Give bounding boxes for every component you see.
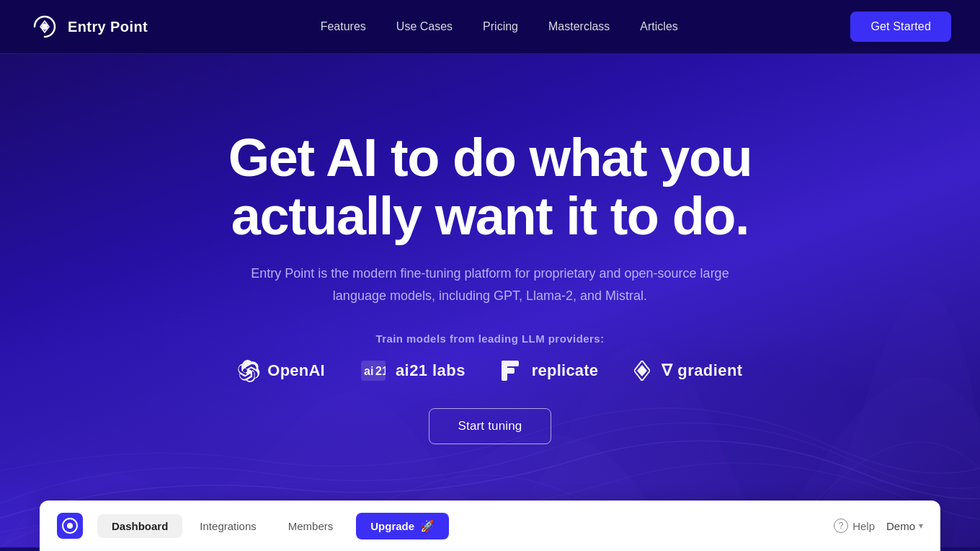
gradient-text: ∇ gradient (662, 361, 742, 380)
upgrade-button[interactable]: Upgrade 🚀 (356, 513, 449, 539)
svg-text:ai: ai (364, 365, 373, 377)
svg-point-11 (67, 523, 73, 529)
hero-subtitle: Entry Point is the modern fine-tuning pl… (245, 263, 735, 307)
ai21-logo: ai 21 ai21 labs (361, 361, 466, 381)
start-tuning-button[interactable]: Start tuning (429, 408, 552, 444)
logo-text: Entry Point (68, 19, 148, 35)
nav-articles[interactable]: Articles (640, 20, 677, 33)
hero-section: Get AI to do what you actually want it t… (0, 54, 980, 547)
openai-logo: OpenAI (237, 359, 325, 382)
hero-title: Get AI to do what you actually want it t… (228, 128, 752, 246)
svg-marker-9 (637, 365, 647, 376)
rocket-icon: 🚀 (420, 519, 435, 533)
openai-text: OpenAI (267, 361, 325, 380)
demo-item[interactable]: Demo ▾ (886, 520, 923, 532)
logo[interactable]: Entry Point (29, 11, 148, 43)
bottom-nav-integrations[interactable]: Integrations (185, 514, 270, 538)
gradient-icon (634, 361, 650, 381)
providers-label: Train models from leading LLM providers: (375, 332, 604, 345)
svg-rect-7 (502, 368, 514, 374)
help-icon: ? (834, 519, 848, 533)
replicate-icon (502, 361, 519, 381)
providers-row: OpenAI ai 21 ai21 labs (237, 359, 742, 382)
nav-use-cases[interactable]: Use Cases (396, 20, 453, 33)
bottom-nav-dashboard[interactable]: Dashboard (97, 514, 182, 538)
chevron-down-icon: ▾ (919, 521, 923, 531)
logo-icon (29, 11, 61, 43)
hero-title-line1: Get AI to do what you (228, 128, 752, 188)
bottom-bar: Dashboard Integrations Members Upgrade 🚀… (40, 501, 940, 551)
bottom-bar-logo (57, 513, 83, 539)
demo-label: Demo (886, 520, 915, 532)
hero-title-line2: actually want it to do. (231, 186, 749, 246)
gradient-logo: ∇ gradient (634, 361, 742, 381)
bottom-bar-right: ? Help Demo ▾ (834, 519, 923, 533)
bottom-nav-members[interactable]: Members (274, 514, 348, 538)
ai21-text: ai21 labs (396, 361, 466, 380)
svg-rect-6 (502, 361, 519, 366)
openai-icon (237, 359, 260, 382)
replicate-text: replicate (532, 361, 598, 380)
nav-pricing[interactable]: Pricing (483, 20, 518, 33)
hero-content: Get AI to do what you actually want it t… (200, 128, 781, 445)
get-started-button[interactable]: Get Started (850, 12, 951, 42)
replicate-logo: replicate (502, 361, 598, 381)
ai21-icon: ai 21 (361, 361, 386, 381)
nav-features[interactable]: Features (321, 20, 366, 33)
help-item[interactable]: ? Help (834, 519, 875, 533)
nav-masterclass[interactable]: Masterclass (548, 20, 610, 33)
bottom-nav: Dashboard Integrations Members Upgrade 🚀 (97, 513, 834, 539)
svg-text:21: 21 (375, 365, 386, 377)
nav-links: Features Use Cases Pricing Masterclass A… (321, 20, 678, 33)
navbar: Entry Point Features Use Cases Pricing M… (0, 0, 980, 54)
help-label: Help (852, 520, 875, 532)
upgrade-label: Upgrade (370, 520, 414, 532)
svg-point-1 (42, 24, 48, 30)
